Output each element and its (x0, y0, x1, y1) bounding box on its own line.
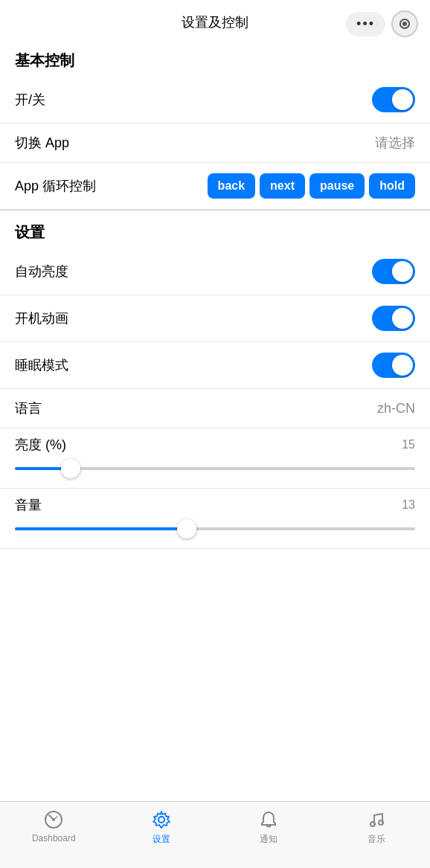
boot-animation-toggle[interactable] (372, 306, 415, 331)
auto-brightness-row: 自动亮度 (0, 248, 430, 295)
tab-settings[interactable]: 设置 (139, 809, 184, 846)
volume-track-fill (15, 527, 187, 530)
language-row: 语言 zh-CN (0, 389, 430, 428)
on-off-row: 开/关 (0, 77, 430, 123)
header-title: 设置及控制 (182, 13, 248, 31)
boot-animation-row: 开机动画 (0, 295, 430, 342)
svg-point-4 (379, 820, 383, 825)
volume-thumb[interactable] (177, 519, 196, 539)
auto-brightness-label: 自动亮度 (15, 263, 68, 280)
boot-animation-label: 开机动画 (15, 309, 68, 327)
header-actions: ••• (346, 10, 418, 37)
brightness-slider-row: 亮度 (%) 15 (0, 428, 430, 489)
svg-point-2 (158, 817, 164, 823)
dashboard-icon (43, 809, 64, 830)
tabbar: Dashboard 设置 通知 音乐 (0, 801, 430, 868)
tab-notifications[interactable]: 通知 (246, 809, 291, 846)
tab-dashboard-label: Dashboard (32, 833, 76, 843)
switch-app-label: 切换 App (15, 134, 69, 152)
header: 设置及控制 ••• (0, 0, 430, 39)
brightness-slider[interactable] (15, 460, 415, 478)
pause-button[interactable]: pause (309, 173, 365, 199)
basic-control-section-header: 基本控制 (0, 39, 430, 77)
app-cycle-label: App 循环控制 (15, 177, 96, 195)
more-options-button[interactable]: ••• (346, 12, 385, 36)
settings-section-header: 设置 (0, 210, 430, 248)
switch-app-value: 请选择 (375, 134, 415, 152)
brightness-thumb[interactable] (61, 459, 80, 478)
app-cycle-row: App 循环控制 back next pause hold (0, 163, 430, 210)
settings-icon (151, 809, 172, 830)
switch-app-row: 切换 App 请选择 (0, 123, 430, 163)
svg-point-1 (52, 818, 55, 821)
tab-music[interactable]: 音乐 (354, 809, 399, 846)
volume-slider[interactable] (15, 520, 415, 538)
back-button[interactable]: back (208, 173, 255, 199)
svg-point-3 (370, 822, 375, 826)
volume-slider-row: 音量 13 (0, 489, 430, 549)
toggle-thumb-sleep (392, 355, 413, 376)
toggle-thumb (392, 89, 413, 110)
tab-settings-label: 设置 (153, 833, 170, 846)
record-button[interactable] (391, 10, 418, 37)
record-icon (399, 19, 410, 29)
language-label: 语言 (15, 399, 42, 417)
on-off-toggle[interactable] (372, 87, 415, 112)
toggle-thumb-animation (392, 308, 413, 329)
sleep-mode-toggle[interactable] (372, 353, 415, 378)
hold-button[interactable]: hold (369, 173, 415, 199)
language-value: zh-CN (377, 401, 415, 417)
next-button[interactable]: next (260, 173, 305, 199)
brightness-label: 亮度 (%) (15, 436, 66, 454)
sleep-mode-row: 睡眠模式 (0, 342, 430, 389)
volume-label-row: 音量 13 (15, 496, 415, 514)
on-off-label: 开/关 (15, 91, 45, 109)
tab-notifications-label: 通知 (260, 833, 277, 846)
volume-label: 音量 (15, 496, 42, 514)
music-icon (366, 809, 387, 830)
notifications-icon (258, 809, 279, 830)
tab-music-label: 音乐 (368, 833, 385, 846)
tab-dashboard[interactable]: Dashboard (31, 809, 76, 843)
app-control-buttons: back next pause hold (208, 173, 415, 199)
brightness-label-row: 亮度 (%) 15 (15, 436, 415, 454)
sleep-mode-label: 睡眠模式 (15, 356, 68, 374)
auto-brightness-toggle[interactable] (372, 259, 415, 284)
brightness-value: 15 (402, 438, 415, 451)
toggle-thumb-brightness (392, 261, 413, 282)
volume-value: 13 (402, 498, 415, 512)
